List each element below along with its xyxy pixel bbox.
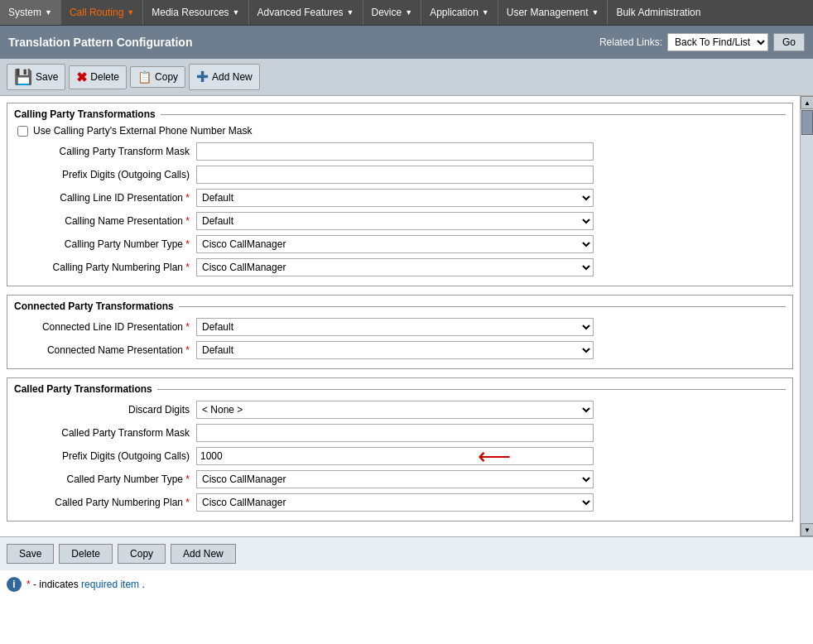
required-link[interactable]: required item (81, 579, 139, 590)
called-party-divider (157, 389, 786, 390)
scroll-down-arrow[interactable]: ▼ (801, 523, 813, 536)
called-party-body: Called Party Transformations Discard Dig… (7, 378, 792, 521)
called-prefix-digits-row: Prefix Digits (Outgoing Calls) ⟵ (14, 446, 786, 466)
calling-prefix-digits-input-wrap (196, 166, 594, 184)
called-prefix-digits-input-wrap: ⟵ (196, 447, 594, 465)
calling-party-num-type-row: Calling Party Number Type * Cisco CallMa… (14, 234, 786, 254)
calling-prefix-digits-input[interactable] (196, 166, 594, 184)
calling-line-id-select-wrap: DefaultOnOffRestricted (196, 189, 594, 207)
page-title: Translation Pattern Configuration (8, 36, 192, 49)
nav-device-arrow: ▼ (405, 8, 412, 17)
called-party-num-type-select[interactable]: Cisco CallManagerUnknownInternationalNat… (196, 470, 594, 488)
called-transform-mask-row: Called Party Transform Mask (14, 423, 786, 443)
nav-bulk-admin[interactable]: Bulk Administration (608, 0, 709, 25)
calling-name-pres-label: Calling Name Presentation * (14, 215, 196, 227)
calling-party-header: Calling Party Transformations (14, 108, 786, 120)
scroll-up-arrow[interactable]: ▲ (801, 96, 813, 109)
nav-bulk-admin-label: Bulk Administration (616, 7, 700, 18)
bottom-toolbar: Save Delete Copy Add New (0, 536, 813, 570)
calling-transform-mask-input[interactable] (196, 142, 594, 161)
nav-call-routing[interactable]: Call Routing ▼ (61, 0, 143, 25)
footer-note: i * - indicates required item . (0, 570, 813, 598)
title-bar: Translation Pattern Configuration Relate… (0, 26, 813, 59)
called-party-section: Called Party Transformations Discard Dig… (7, 377, 793, 521)
bottom-add-new-button[interactable]: Add New (171, 544, 236, 564)
calling-name-pres-required: * (185, 215, 190, 227)
scroll-thumb[interactable] (801, 110, 813, 135)
calling-line-id-select[interactable]: DefaultOnOffRestricted (196, 189, 594, 207)
connected-name-pres-select-wrap: DefaultOnOffRestricted (196, 341, 594, 359)
bottom-copy-button[interactable]: Copy (118, 544, 166, 564)
bottom-delete-button[interactable]: Delete (59, 544, 113, 564)
save-icon: 💾 (14, 68, 32, 86)
calling-party-num-type-select-wrap: Cisco CallManagerUnknownInternationalNat… (196, 235, 594, 253)
nav-device[interactable]: Device ▼ (363, 0, 422, 25)
called-party-num-type-select-wrap: Cisco CallManagerUnknownInternationalNat… (196, 470, 594, 488)
calling-name-pres-select-wrap: DefaultOnOffRestricted (196, 212, 594, 230)
connected-party-divider (179, 306, 786, 307)
top-navigation: System ▼ Call Routing ▼ Media Resources … (0, 0, 813, 26)
calling-prefix-digits-row: Prefix Digits (Outgoing Calls) (14, 165, 786, 185)
delete-button[interactable]: ✖ Delete (69, 65, 127, 89)
nav-application[interactable]: Application ▼ (421, 0, 498, 25)
related-links-select[interactable]: Back To Find/List (667, 33, 768, 51)
scroll-track (801, 109, 813, 523)
required-period: . (142, 579, 144, 590)
connected-name-pres-required: * (185, 344, 190, 356)
called-party-num-plan-label: Called Party Numbering Plan * (14, 497, 196, 508)
called-party-num-type-required: * (185, 473, 190, 485)
calling-party-section: Calling Party Transformations Use Callin… (7, 103, 793, 286)
nav-advanced-features[interactable]: Advanced Features ▼ (249, 0, 363, 25)
calling-transform-mask-input-wrap (196, 142, 594, 161)
save-button[interactable]: 💾 Save (7, 64, 65, 90)
calling-name-pres-row: Calling Name Presentation * DefaultOnOff… (14, 211, 786, 231)
nav-system[interactable]: System ▼ (0, 0, 61, 25)
discard-digits-row: Discard Digits < None >PreDotPreAtTraili… (14, 400, 786, 420)
go-button[interactable]: Go (773, 33, 805, 51)
nav-media-resources[interactable]: Media Resources ▼ (143, 0, 248, 25)
called-party-num-type-row: Called Party Number Type * Cisco CallMan… (14, 469, 786, 489)
content-area: Calling Party Transformations Use Callin… (0, 96, 813, 536)
info-icon: i (7, 577, 22, 592)
calling-party-body: Calling Party Transformations Use Callin… (7, 103, 792, 286)
calling-party-num-plan-required: * (185, 262, 190, 273)
calling-party-num-type-label: Calling Party Number Type * (14, 238, 196, 250)
called-party-num-plan-required: * (185, 497, 190, 508)
bottom-save-button[interactable]: Save (7, 544, 54, 564)
external-phone-label: Use Calling Party's External Phone Numbe… (33, 125, 252, 137)
discard-digits-label: Discard Digits (14, 404, 196, 416)
external-phone-checkbox-row: Use Calling Party's External Phone Numbe… (14, 125, 786, 137)
nav-user-management[interactable]: User Management ▼ (498, 0, 609, 25)
discard-digits-select[interactable]: < None >PreDotPreAtTrailing# (196, 401, 594, 419)
called-transform-mask-label: Called Party Transform Mask (14, 427, 196, 439)
add-new-button[interactable]: ✚ Add New (189, 64, 260, 90)
connected-name-pres-select[interactable]: DefaultOnOffRestricted (196, 341, 594, 359)
nav-media-resources-label: Media Resources (152, 7, 229, 18)
connected-line-id-select-wrap: DefaultOnOffRestricted (196, 318, 594, 336)
calling-party-num-plan-select[interactable]: Cisco CallManagerUnknownISDNNational Sta… (196, 258, 594, 276)
calling-party-num-type-select[interactable]: Cisco CallManagerUnknownInternationalNat… (196, 235, 594, 253)
called-party-num-plan-select[interactable]: Cisco CallManagerUnknownISDNNational Sta… (196, 493, 594, 512)
connected-name-pres-row: Connected Name Presentation * DefaultOnO… (14, 340, 786, 360)
scrollbar[interactable]: ▲ ▼ (800, 96, 813, 536)
called-prefix-digits-input[interactable] (196, 447, 594, 465)
calling-party-num-type-required: * (185, 238, 190, 250)
calling-party-num-plan-label: Calling Party Numbering Plan * (14, 262, 196, 273)
calling-name-pres-select[interactable]: DefaultOnOffRestricted (196, 212, 594, 230)
main-area: Calling Party Transformations Use Callin… (0, 96, 800, 536)
delete-icon: ✖ (76, 70, 87, 85)
connected-party-header: Connected Party Transformations (14, 300, 786, 312)
called-transform-mask-input[interactable] (196, 424, 594, 442)
nav-user-management-label: User Management (507, 7, 589, 18)
copy-button[interactable]: 📋 Copy (130, 66, 185, 88)
connected-line-id-select[interactable]: DefaultOnOffRestricted (196, 318, 594, 336)
related-links-label: Related Links: (599, 36, 662, 48)
external-phone-checkbox[interactable] (17, 126, 28, 137)
connected-line-id-row: Connected Line ID Presentation * Default… (14, 317, 786, 337)
page-wrapper: System ▼ Call Routing ▼ Media Resources … (0, 0, 813, 598)
connected-name-pres-label: Connected Name Presentation * (14, 344, 196, 356)
called-party-title: Called Party Transformations (14, 383, 157, 395)
calling-party-num-plan-row: Calling Party Numbering Plan * Cisco Cal… (14, 257, 786, 277)
connected-party-title: Connected Party Transformations (14, 300, 179, 312)
required-text: - indicates (33, 579, 81, 590)
